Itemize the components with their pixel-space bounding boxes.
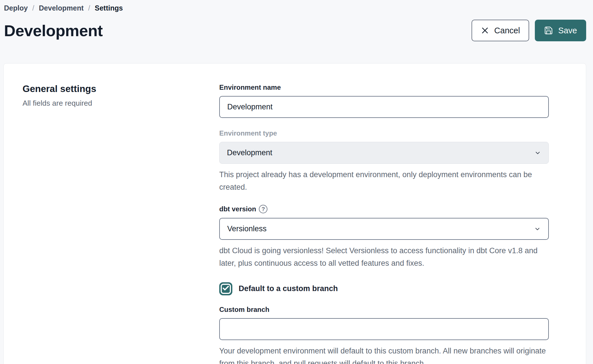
settings-form: Environment name Environment type Develo… [219, 83, 549, 364]
dbt-version-field: dbt version ? Versionless dbt Cloud is g… [219, 205, 549, 269]
page-header: Development Cancel Save [0, 12, 593, 41]
general-settings-card: General settings All fields are required… [3, 63, 586, 364]
top-bar: Deploy / Development / Settings [0, 0, 593, 12]
dbt-version-help: dbt Cloud is going versionless! Select V… [219, 245, 549, 269]
custom-branch-checkbox[interactable] [219, 282, 232, 295]
close-icon [481, 26, 489, 35]
environment-type-value: Development [227, 148, 272, 157]
chevron-down-icon [534, 226, 541, 232]
environment-type-help: This project already has a development e… [219, 169, 549, 193]
environment-name-label: Environment name [219, 83, 549, 91]
section-title: General settings [23, 83, 219, 94]
dbt-version-label: dbt version ? [219, 205, 549, 213]
save-button[interactable]: Save [535, 20, 586, 41]
custom-branch-help: Your development environment will defaul… [219, 345, 549, 364]
chevron-down-icon [534, 150, 541, 156]
custom-branch-field: Custom branch Your development environme… [219, 306, 549, 364]
section-heading-column: General settings All fields are required [23, 83, 219, 364]
breadcrumb-development[interactable]: Development [39, 4, 84, 12]
custom-branch-toggle-label[interactable]: Default to a custom branch [239, 284, 338, 293]
save-icon [544, 26, 553, 35]
breadcrumb-separator: / [32, 4, 34, 12]
page-title: Development [4, 21, 103, 40]
breadcrumb-deploy[interactable]: Deploy [4, 4, 28, 12]
dbt-version-value: Versionless [227, 224, 267, 233]
environment-type-label: Environment type [219, 129, 549, 137]
environment-name-input[interactable] [219, 96, 549, 118]
header-actions: Cancel Save [472, 20, 586, 41]
dbt-version-select[interactable]: Versionless [219, 218, 549, 240]
section-subtitle: All fields are required [23, 99, 219, 108]
cancel-button[interactable]: Cancel [472, 20, 529, 41]
custom-branch-label: Custom branch [219, 306, 549, 314]
environment-type-select: Development [219, 142, 549, 164]
environment-type-field: Environment type Development This projec… [219, 129, 549, 193]
breadcrumb-separator: / [88, 4, 90, 12]
custom-branch-toggle-row: Default to a custom branch [219, 282, 549, 295]
checkmark-icon [222, 285, 230, 293]
save-button-label: Save [558, 26, 577, 35]
dbt-version-label-text: dbt version [219, 205, 256, 213]
cancel-button-label: Cancel [494, 26, 520, 35]
breadcrumb-settings: Settings [95, 4, 123, 12]
help-icon[interactable]: ? [259, 205, 267, 213]
environment-name-field: Environment name [219, 83, 549, 118]
breadcrumb: Deploy / Development / Settings [4, 4, 586, 12]
custom-branch-input[interactable] [219, 318, 549, 340]
